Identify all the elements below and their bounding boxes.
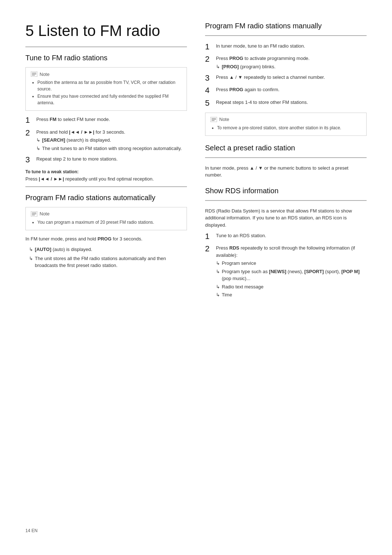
chapter-title-text: Listen to FM radio xyxy=(38,22,160,39)
chapter-title: 5 Listen to FM radio xyxy=(25,22,187,40)
preset-text: In tuner mode, press ▲ / ▼ or the numeri… xyxy=(205,165,367,179)
rds-divider xyxy=(205,200,367,201)
manual-step-content-2: Press PROG to activate programming mode.… xyxy=(216,55,367,70)
weak-station-title: To tune to a weak station: xyxy=(25,169,187,174)
rds-step-2: 2 Press RDS repeatedly to scroll through… xyxy=(205,244,367,299)
note-box-tune: Note Position the antenna as far as poss… xyxy=(25,67,187,111)
section-rds-title: Show RDS information xyxy=(205,187,367,195)
auto-intro: In FM tuner mode, press and hold PROG fo… xyxy=(25,235,187,243)
note-item-1: Position the antenna as far as possible … xyxy=(37,79,181,92)
step-content-1: Press FM to select FM tuner mode. xyxy=(36,116,187,123)
rds-steps: 1 Tune to an RDS station. 2 Press RDS re… xyxy=(205,232,367,299)
manual-step-1: 1 In tuner mode, tune to an FM radio sta… xyxy=(205,42,367,51)
section-auto-title: Program FM radio stations automatically xyxy=(25,194,187,202)
note-list-manual: To remove a pre-stored station, store an… xyxy=(211,125,361,131)
manual-step-2: 2 Press PROG to activate programming mod… xyxy=(205,55,367,70)
rds-arrow-2: ↳ Program type such as [NEWS] (news), [S… xyxy=(216,268,367,282)
note-item-2: Ensure that you have connected and fully… xyxy=(37,93,181,106)
preset-section: Select a preset radio station In tuner m… xyxy=(205,144,367,179)
rds-bold: RDS xyxy=(229,245,239,251)
rds-step-1: 1 Tune to an RDS station. xyxy=(205,232,367,241)
tune-steps: 1 Press FM to select FM tuner mode. 2 Pr… xyxy=(25,116,187,164)
rds-intro: RDS (Radio Data System) is a service tha… xyxy=(205,207,367,229)
note-header-auto: Note xyxy=(31,211,181,217)
manual-step-num-4: 4 xyxy=(205,86,213,95)
preset-divider xyxy=(205,157,367,158)
page: 5 Listen to FM radio Tune to FM radio st… xyxy=(0,0,392,555)
note-item-manual-1: To remove a pre-stored station, store an… xyxy=(217,125,361,131)
section-tune-title: Tune to FM radio stations xyxy=(25,54,187,62)
manual-step-num-2: 2 xyxy=(205,55,213,64)
rds-step-num-1: 1 xyxy=(205,232,213,241)
manual-step-content-3: Press ▲ / ▼ repeatedly to select a chann… xyxy=(216,74,367,81)
prev-next-bold: |◄◄ / ►►| xyxy=(69,129,94,135)
manual-step-content-5: Repeat steps 1-4 to store other FM stati… xyxy=(216,99,367,106)
step-num-2: 2 xyxy=(25,129,33,137)
note-list-tune: Position the antenna as far as possible … xyxy=(31,79,181,106)
section2-divider xyxy=(25,186,187,187)
rds-arrow-3: ↳ Radio text message xyxy=(216,283,367,291)
page-footer: 14 EN xyxy=(25,521,367,533)
note-label-auto: Note xyxy=(40,211,49,216)
manual-step-4: 4 Press PROG again to confirm. xyxy=(205,86,367,95)
step-content-3: Repeat step 2 to tune to more stations. xyxy=(36,155,187,163)
rds-arrow-4: ↳ Time xyxy=(216,291,367,299)
section-preset-title: Select a preset radio station xyxy=(205,144,367,152)
tune-step-3: 3 Repeat step 2 to tune to more stations… xyxy=(25,155,187,164)
weak-station-section: To tune to a weak station: Press |◄◄ / ►… xyxy=(25,169,187,183)
auto-arrow-1: ↳ [AUTO] (auto) is displayed. xyxy=(25,246,187,253)
title-divider xyxy=(25,46,187,47)
note-header-tune: Note xyxy=(31,71,181,77)
step-num-1: 1 xyxy=(25,116,33,125)
rds-section: Show RDS information RDS (Radio Data Sys… xyxy=(205,187,367,299)
manual-step-content-4: Press PROG again to confirm. xyxy=(216,86,367,93)
manual-step-content-1: In tuner mode, tune to an FM radio stati… xyxy=(216,42,367,50)
manual-step-5: 5 Repeat steps 1-4 to store other FM sta… xyxy=(205,99,367,108)
note-icon-tune xyxy=(31,71,37,77)
fm-bold: FM xyxy=(50,117,57,122)
manual-steps: 1 In tuner mode, tune to an FM radio sta… xyxy=(205,42,367,108)
note-list-auto: You can program a maximum of 20 preset F… xyxy=(31,219,181,226)
auto-arrows: ↳ [AUTO] (auto) is displayed. ↳ The unit… xyxy=(25,246,187,269)
note-icon-manual xyxy=(211,117,217,122)
manual-divider xyxy=(205,35,367,36)
manual-step-num-1: 1 xyxy=(205,42,213,51)
rds-step-content-1: Tune to an RDS station. xyxy=(216,232,367,239)
tune-step-1: 1 Press FM to select FM tuner mode. xyxy=(25,116,187,125)
prog-bold-2: PROG xyxy=(229,56,243,61)
weak-station-text: Press |◄◄ / ►►| repeatedly until you fin… xyxy=(25,175,187,183)
note-header-manual: Note xyxy=(211,117,361,122)
section-manual-title: Program FM radio stations manually xyxy=(205,22,367,30)
prog-bold-auto: PROG xyxy=(98,236,111,242)
prog-blinks: ↳ [PROG] (program) blinks. xyxy=(216,63,367,70)
step-content-2: Press and hold |◄◄ / ►►| for 3 seconds. … xyxy=(36,129,187,152)
auto-arrow-2: ↳ The unit stores all the FM radio stati… xyxy=(25,255,187,269)
rds-step-num-2: 2 xyxy=(205,244,213,253)
step-num-3: 3 xyxy=(25,155,33,164)
note-label-manual: Note xyxy=(219,117,229,122)
note-icon-auto xyxy=(31,211,37,217)
manual-step-num-5: 5 xyxy=(205,99,213,108)
rds-arrow-1: ↳ Program service xyxy=(216,260,367,267)
rds-step-content-2: Press RDS repeatedly to scroll through t… xyxy=(216,244,367,299)
note-label-tune: Note xyxy=(40,72,49,77)
note-item-auto-1: You can program a maximum of 20 preset F… xyxy=(37,219,181,226)
right-column: Program FM radio stations manually 1 In … xyxy=(205,22,367,521)
weak-bold: |◄◄ / ►►| xyxy=(39,176,64,182)
manual-step-num-3: 3 xyxy=(205,74,213,82)
chapter-number: 5 xyxy=(25,22,34,39)
left-column: 5 Listen to FM radio Tune to FM radio st… xyxy=(25,22,187,521)
prog-bold-4: PROG xyxy=(229,87,243,92)
arrow-tunes: ↳ The unit tunes to an FM station with s… xyxy=(36,145,187,152)
note-box-manual: Note To remove a pre-stored station, sto… xyxy=(205,113,367,136)
manual-step-3: 3 Press ▲ / ▼ repeatedly to select a cha… xyxy=(205,74,367,82)
note-box-auto: Note You can program a maximum of 20 pre… xyxy=(25,207,187,230)
arrow-search: ↳ [SEARCH] (search) is displayed. xyxy=(36,137,187,144)
tune-step-2: 2 Press and hold |◄◄ / ►►| for 3 seconds… xyxy=(25,129,187,152)
